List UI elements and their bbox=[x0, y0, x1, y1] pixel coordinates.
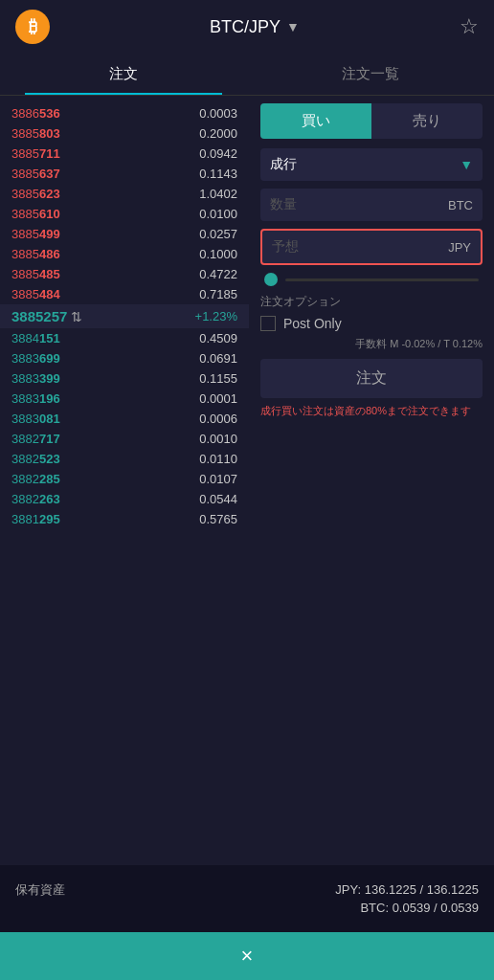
ask-row[interactable]: 38856100.0100 bbox=[0, 204, 249, 224]
ask-qty: 0.0257 bbox=[199, 227, 237, 241]
bid-price: 3882523 bbox=[11, 452, 60, 466]
asks-list: 38865360.000338858030.200038857110.09423… bbox=[0, 103, 249, 304]
ask-row[interactable]: 38856231.0402 bbox=[0, 184, 249, 204]
options-label: 注文オプション bbox=[260, 294, 483, 310]
order-form-panel: 買い 売り 成行 ▼ 数量 BTC 予想 JPY 注文オプション bbox=[249, 96, 494, 860]
bid-price: 3882263 bbox=[11, 492, 60, 506]
ask-qty: 0.2000 bbox=[199, 126, 237, 141]
mid-price-row: 3885257 ⇅ +1.23% bbox=[0, 304, 249, 328]
btc-icon: ₿ bbox=[15, 10, 50, 44]
mid-price: 3885257 bbox=[11, 308, 67, 324]
bid-row[interactable]: 38836990.0691 bbox=[0, 348, 249, 368]
bid-row[interactable]: 38833990.1155 bbox=[0, 368, 249, 389]
bids-list: 38841510.450938836990.069138833990.11553… bbox=[0, 328, 249, 529]
forecast-placeholder: 予想 bbox=[272, 238, 299, 256]
close-icon[interactable]: × bbox=[241, 944, 254, 969]
ask-price: 3885803 bbox=[11, 126, 60, 141]
post-only-label: Post Only bbox=[283, 316, 342, 331]
bid-qty: 0.4509 bbox=[199, 331, 237, 345]
bid-qty: 0.0107 bbox=[199, 472, 237, 486]
ask-row[interactable]: 38857110.0942 bbox=[0, 144, 249, 164]
ask-row[interactable]: 38865360.0003 bbox=[0, 103, 249, 123]
ask-row[interactable]: 38854850.4722 bbox=[0, 264, 249, 284]
bid-price: 3882717 bbox=[11, 432, 60, 446]
order-type-dropdown[interactable]: 成行 ▼ bbox=[260, 148, 483, 181]
ask-price: 3885637 bbox=[11, 167, 60, 181]
bid-row[interactable]: 38822850.0107 bbox=[0, 469, 249, 489]
bid-qty: 0.0544 bbox=[199, 492, 237, 506]
bid-qty: 0.0110 bbox=[199, 452, 237, 466]
sort-arrows-icon: ⇅ bbox=[71, 309, 82, 324]
tab-order[interactable]: 注文 bbox=[0, 54, 247, 95]
ask-qty: 0.0100 bbox=[199, 207, 237, 221]
bid-price: 3883196 bbox=[11, 391, 60, 406]
star-icon[interactable]: ☆ bbox=[460, 14, 479, 39]
close-bar[interactable]: × bbox=[0, 932, 494, 980]
bid-row[interactable]: 38812950.5765 bbox=[0, 509, 249, 529]
ask-qty: 0.1143 bbox=[199, 167, 237, 181]
ask-row[interactable]: 38854990.0257 bbox=[0, 224, 249, 244]
ask-price: 3885499 bbox=[11, 227, 60, 241]
bid-qty: 0.0010 bbox=[199, 432, 237, 446]
mid-change: +1.23% bbox=[195, 309, 237, 323]
main-area: 38865360.000338858030.200038857110.09423… bbox=[0, 96, 494, 860]
ask-price: 3885484 bbox=[11, 287, 60, 301]
forecast-unit: JPY bbox=[448, 240, 471, 255]
ask-row[interactable]: 38858030.2000 bbox=[0, 123, 249, 144]
bid-price: 3883081 bbox=[11, 412, 60, 426]
bid-price: 3881295 bbox=[11, 512, 60, 526]
bid-row[interactable]: 38827170.0010 bbox=[0, 429, 249, 449]
header: ₿ BTC/JPY ▼ ☆ bbox=[0, 0, 494, 54]
bid-price: 3882285 bbox=[11, 472, 60, 486]
order-warning: 成行買い注文は資産の80%まで注文できます bbox=[260, 404, 483, 418]
ask-price: 3885610 bbox=[11, 207, 60, 221]
buy-sell-toggle: 買い 売り bbox=[260, 103, 483, 139]
slider-track[interactable] bbox=[285, 278, 479, 281]
header-title[interactable]: BTC/JPY ▼ bbox=[210, 17, 300, 37]
ask-qty: 1.0402 bbox=[199, 187, 237, 201]
btc-balance: BTC: 0.0539 / 0.0539 bbox=[360, 901, 479, 915]
bid-row[interactable]: 38825230.0110 bbox=[0, 449, 249, 469]
ask-row[interactable]: 38854860.1000 bbox=[0, 244, 249, 264]
bid-qty: 0.0001 bbox=[199, 391, 237, 406]
ask-row[interactable]: 38854840.7185 bbox=[0, 284, 249, 304]
assets-bar: 保有資産 JPY: 136.1225 / 136.1225 BTC: 0.053… bbox=[0, 865, 494, 932]
assets-row: 保有資産 JPY: 136.1225 / 136.1225 bbox=[15, 881, 479, 899]
ask-price: 3885711 bbox=[11, 146, 60, 161]
bid-row[interactable]: 38822630.0544 bbox=[0, 489, 249, 509]
tab-order-list[interactable]: 注文一覧 bbox=[247, 54, 494, 95]
ask-row[interactable]: 38856370.1143 bbox=[0, 164, 249, 184]
bid-row[interactable]: 38831960.0001 bbox=[0, 389, 249, 409]
quantity-input-row[interactable]: 数量 BTC bbox=[260, 189, 483, 221]
post-only-row: Post Only bbox=[260, 316, 483, 331]
ask-price: 3885485 bbox=[11, 267, 60, 281]
ask-qty: 0.0942 bbox=[199, 146, 237, 161]
sell-button[interactable]: 売り bbox=[371, 103, 483, 139]
bid-qty: 0.1155 bbox=[199, 371, 237, 386]
bid-price: 3883399 bbox=[11, 371, 60, 386]
ask-price: 3885486 bbox=[11, 247, 60, 261]
quantity-placeholder: 数量 bbox=[270, 196, 297, 213]
bid-row[interactable]: 38841510.4509 bbox=[0, 328, 249, 348]
ask-price: 3885623 bbox=[11, 187, 60, 201]
slider-row bbox=[260, 273, 483, 286]
fee-info: 手数料 M -0.02% / T 0.12% bbox=[260, 337, 483, 351]
forecast-input-row[interactable]: 予想 JPY bbox=[260, 229, 483, 265]
buy-button[interactable]: 買い bbox=[260, 103, 371, 139]
ask-qty: 0.7185 bbox=[199, 287, 237, 301]
assets-label: 保有資産 bbox=[15, 881, 65, 899]
jpy-balance: JPY: 136.1225 / 136.1225 bbox=[335, 882, 479, 897]
slider-handle[interactable] bbox=[264, 273, 278, 286]
order-submit-button[interactable]: 注文 bbox=[260, 359, 483, 398]
ask-qty: 0.1000 bbox=[199, 247, 237, 261]
ask-price: 3886536 bbox=[11, 106, 60, 121]
bid-price: 3883699 bbox=[11, 351, 60, 366]
quantity-unit: BTC bbox=[448, 198, 473, 212]
post-only-checkbox[interactable] bbox=[260, 316, 276, 331]
chevron-down-icon: ▼ bbox=[286, 19, 300, 34]
ask-qty: 0.0003 bbox=[199, 106, 237, 121]
ask-qty: 0.4722 bbox=[199, 267, 237, 281]
dropdown-arrow-icon: ▼ bbox=[460, 157, 473, 172]
order-type-label: 成行 bbox=[270, 156, 297, 173]
bid-row[interactable]: 38830810.0006 bbox=[0, 409, 249, 429]
